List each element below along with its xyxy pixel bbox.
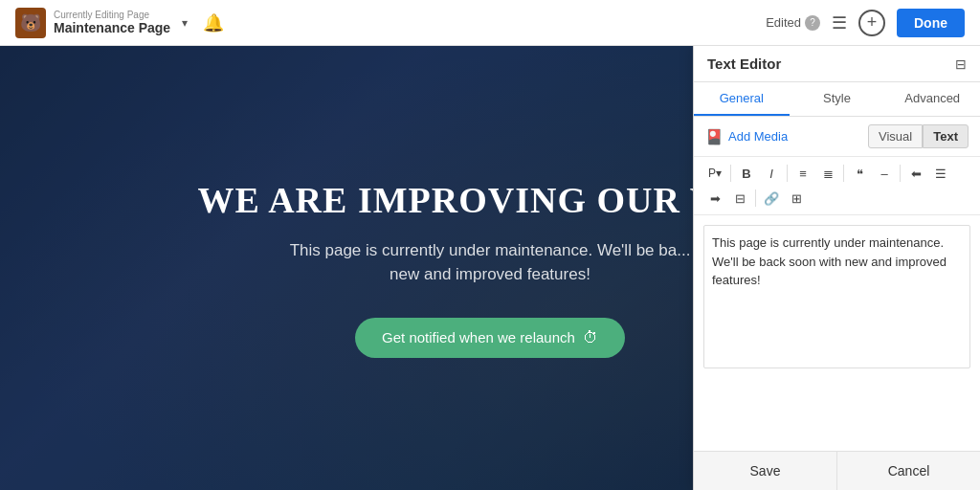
done-button[interactable]: Done bbox=[897, 9, 965, 37]
paragraph-dropdown[interactable]: P▾ bbox=[703, 162, 726, 185]
app-logo: 🐻 bbox=[15, 8, 46, 38]
editing-subtitle: Currently Editing Page bbox=[54, 10, 170, 20]
add-media-button[interactable]: 🎴 Add Media bbox=[705, 128, 788, 145]
sep-5 bbox=[755, 189, 756, 207]
add-button[interactable]: + bbox=[858, 10, 885, 36]
sep-1 bbox=[730, 165, 731, 182]
list-icon[interactable]: ☰ bbox=[832, 12, 847, 33]
topbar-right: Edited ? ☰ + Done bbox=[766, 9, 965, 37]
visual-tab[interactable]: Visual bbox=[868, 124, 923, 148]
italic-button[interactable]: I bbox=[760, 162, 783, 185]
help-icon[interactable]: ? bbox=[805, 15, 820, 31]
link-button[interactable]: 🔗 bbox=[760, 187, 783, 210]
save-button[interactable]: Save bbox=[694, 452, 837, 490]
cancel-button[interactable]: Cancel bbox=[837, 452, 980, 490]
editor-content-area: This page is currently under maintenance… bbox=[694, 215, 980, 451]
sep-3 bbox=[843, 165, 844, 182]
main-area: WE ARE IMPROVING OUR WE... This page is … bbox=[0, 46, 980, 490]
topbar: 🐻 Currently Editing Page Maintenance Pag… bbox=[0, 0, 980, 46]
table-button[interactable]: ⊞ bbox=[785, 187, 808, 210]
bold-button[interactable]: B bbox=[735, 162, 758, 185]
align-center-button[interactable]: ☰ bbox=[929, 162, 952, 185]
view-tabs: Visual Text bbox=[868, 124, 969, 148]
notify-button[interactable]: Get notified when we relaunch ⏱ bbox=[355, 318, 625, 358]
editor-tabs: General Style Advanced bbox=[694, 82, 980, 117]
hr-button[interactable]: – bbox=[873, 162, 896, 185]
text-editor-panel: Text Editor ⊟ General Style Advanced 🎴 A… bbox=[693, 46, 980, 490]
unordered-list-button[interactable]: ≡ bbox=[791, 162, 814, 185]
page-name: Maintenance Page bbox=[54, 20, 170, 35]
page-title-group: Currently Editing Page Maintenance Page bbox=[54, 10, 170, 35]
editor-header: Text Editor ⊟ bbox=[694, 46, 980, 82]
align-left-button[interactable]: ⬅ bbox=[904, 162, 927, 185]
tab-general[interactable]: General bbox=[694, 82, 790, 116]
blockquote-button[interactable]: ❝ bbox=[848, 162, 871, 185]
clock-icon: ⏱ bbox=[583, 329, 598, 346]
editor-footer: Save Cancel bbox=[694, 451, 980, 490]
tab-style[interactable]: Style bbox=[790, 82, 885, 116]
ordered-list-button[interactable]: ≣ bbox=[816, 162, 839, 185]
collapse-icon[interactable]: ⊟ bbox=[955, 56, 967, 72]
bell-icon[interactable]: 🔔 bbox=[203, 12, 224, 33]
format-toolbar: P▾ B I ≡ ≣ ❝ – ⬅ ☰ ➡ ⊟ 🔗 ⊞ bbox=[694, 157, 980, 215]
media-toolbar: 🎴 Add Media Visual Text bbox=[694, 117, 980, 157]
editor-title: Text Editor bbox=[707, 56, 781, 72]
chevron-down-icon[interactable]: ▾ bbox=[182, 16, 188, 30]
text-tab[interactable]: Text bbox=[923, 124, 969, 148]
align-justify-button[interactable]: ⊟ bbox=[728, 187, 751, 210]
editor-textarea[interactable]: This page is currently under maintenance… bbox=[703, 225, 970, 368]
tab-advanced[interactable]: Advanced bbox=[884, 82, 980, 116]
sep-2 bbox=[787, 165, 788, 182]
sep-4 bbox=[900, 165, 901, 182]
topbar-left: 🐻 Currently Editing Page Maintenance Pag… bbox=[15, 8, 224, 38]
align-right-button[interactable]: ➡ bbox=[703, 187, 726, 210]
edited-status: Edited ? bbox=[766, 15, 820, 31]
add-media-icon: 🎴 bbox=[705, 128, 724, 145]
